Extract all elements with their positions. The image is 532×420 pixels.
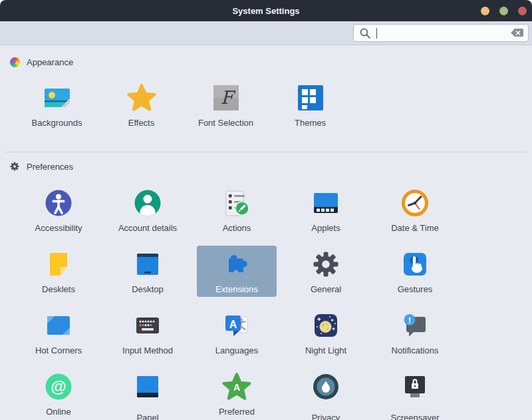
effects-icon bbox=[127, 83, 156, 112]
category-item-effects[interactable]: Effects bbox=[102, 79, 182, 130]
category-item-backgrounds[interactable]: Backgrounds bbox=[17, 79, 97, 130]
item-label: General bbox=[287, 284, 365, 295]
item-label: Account details bbox=[108, 222, 187, 234]
category-item-panel[interactable]: Panel bbox=[108, 368, 188, 420]
accessibility-icon bbox=[44, 188, 73, 218]
item-label: Notifications bbox=[376, 345, 454, 356]
category-item-date-time[interactable]: Date & Time bbox=[375, 184, 455, 236]
svg-text:A: A bbox=[233, 382, 240, 393]
item-label: Desklets bbox=[19, 284, 98, 295]
categories-panel: Appearance Backgrounds Effects F Font Se… bbox=[0, 45, 532, 420]
item-label: Applets bbox=[287, 222, 365, 234]
appearance-grid: Backgrounds Effects F Font Selection The… bbox=[15, 79, 532, 130]
hot-corners-icon bbox=[44, 311, 73, 340]
backgrounds-icon bbox=[43, 83, 72, 112]
minimize-button[interactable] bbox=[481, 7, 489, 15]
clear-search-button[interactable] bbox=[510, 28, 524, 38]
search-icon bbox=[359, 27, 371, 39]
item-label: Themes bbox=[271, 117, 350, 128]
window-title: System Settings bbox=[232, 6, 299, 16]
privacy-icon bbox=[311, 372, 340, 401]
applets-icon bbox=[311, 188, 340, 218]
titlebar[interactable]: System Settings bbox=[0, 0, 532, 21]
item-label: Date & Time bbox=[376, 222, 454, 234]
general-gear-icon bbox=[311, 250, 340, 279]
input-method-icon bbox=[133, 311, 162, 340]
notifications-icon: ! bbox=[400, 311, 430, 340]
category-item-desklets[interactable]: Desklets bbox=[19, 246, 98, 297]
section-header-preferences: Preferences bbox=[0, 160, 532, 172]
desktop-icon bbox=[133, 250, 162, 279]
item-label: Backgrounds bbox=[18, 117, 96, 128]
svg-text:A: A bbox=[229, 319, 237, 330]
appearance-pinwheel-icon bbox=[9, 57, 20, 67]
online-accounts-icon: @ bbox=[44, 372, 73, 401]
svg-text:@: @ bbox=[51, 377, 66, 395]
category-item-desktop[interactable]: Desktop bbox=[108, 246, 188, 297]
item-label: Languages bbox=[198, 345, 276, 356]
item-label: Accessibility bbox=[19, 222, 98, 234]
category-item-actions[interactable]: Actions bbox=[197, 184, 277, 236]
item-label: Font Selection bbox=[187, 117, 265, 128]
section-title: Preferences bbox=[27, 162, 73, 172]
section-header-appearance: Appearance bbox=[0, 56, 532, 68]
category-item-input-method[interactable]: Input Method bbox=[108, 307, 188, 358]
section-title: Appearance bbox=[27, 57, 73, 67]
actions-icon bbox=[222, 188, 251, 218]
panel-icon bbox=[133, 372, 162, 401]
gear-icon bbox=[9, 161, 20, 172]
item-label: Screensaver bbox=[376, 406, 454, 420]
languages-icon: A bbox=[222, 311, 251, 340]
category-item-accessibility[interactable]: Accessibility bbox=[19, 184, 98, 236]
maximize-button[interactable] bbox=[499, 7, 508, 15]
toolbar bbox=[0, 21, 532, 45]
category-item-preferred-applications[interactable]: A PreferredApplications bbox=[197, 368, 277, 420]
category-item-notifications[interactable]: ! Notifications bbox=[375, 307, 455, 358]
category-item-font-selection[interactable]: F Font Selection bbox=[186, 79, 266, 130]
account-details-icon bbox=[133, 188, 162, 218]
category-item-account-details[interactable]: Account details bbox=[108, 184, 188, 236]
category-item-languages[interactable]: A Languages bbox=[197, 307, 277, 358]
desklets-icon bbox=[44, 250, 73, 279]
category-item-themes[interactable]: Themes bbox=[271, 79, 350, 130]
category-item-general[interactable]: General bbox=[286, 246, 366, 297]
item-label: Privacy bbox=[287, 406, 365, 420]
item-label: Effects bbox=[102, 117, 181, 128]
category-item-applets[interactable]: Applets bbox=[286, 184, 366, 236]
item-label: Hot Corners bbox=[19, 345, 98, 356]
themes-icon bbox=[296, 83, 325, 112]
night-light-icon bbox=[311, 311, 340, 340]
close-button[interactable] bbox=[518, 7, 527, 15]
category-item-hot-corners[interactable]: Hot Corners bbox=[19, 307, 98, 358]
preferred-applications-icon: A bbox=[222, 372, 251, 401]
item-label: PreferredApplications bbox=[198, 406, 276, 420]
item-label: Desktop bbox=[108, 284, 187, 295]
date-time-icon bbox=[400, 188, 430, 218]
item-label: Extensions bbox=[198, 284, 276, 295]
gestures-icon bbox=[400, 250, 430, 279]
section-divider bbox=[5, 152, 527, 152]
system-settings-window: System Settings Appearance bbox=[0, 0, 532, 420]
category-item-screensaver[interactable]: Screensaver bbox=[375, 368, 455, 420]
font-selection-icon: F bbox=[211, 83, 241, 112]
extensions-icon bbox=[222, 250, 251, 279]
item-label: Panel bbox=[108, 406, 187, 420]
search-input[interactable] bbox=[353, 24, 529, 42]
category-item-extensions[interactable]: Extensions bbox=[197, 246, 277, 297]
search-text-field[interactable] bbox=[377, 27, 510, 39]
item-label: Night Light bbox=[287, 345, 365, 356]
category-item-online-accounts[interactable]: @ OnlineAccounts bbox=[19, 368, 98, 420]
category-item-gestures[interactable]: Gestures bbox=[375, 246, 455, 297]
screensaver-icon bbox=[400, 372, 430, 401]
item-label: Actions bbox=[198, 222, 276, 234]
category-item-privacy[interactable]: Privacy bbox=[286, 368, 366, 420]
item-label: Input Method bbox=[108, 345, 187, 356]
item-label: OnlineAccounts bbox=[19, 406, 98, 420]
backspace-clear-icon bbox=[510, 28, 524, 38]
category-item-night-light[interactable]: Night Light bbox=[286, 307, 366, 358]
window-controls bbox=[481, 0, 528, 21]
svg-text:!: ! bbox=[408, 315, 411, 325]
item-label: Gestures bbox=[376, 284, 454, 295]
preferences-grid: Accessibility Account details Actions Ap… bbox=[14, 184, 466, 420]
